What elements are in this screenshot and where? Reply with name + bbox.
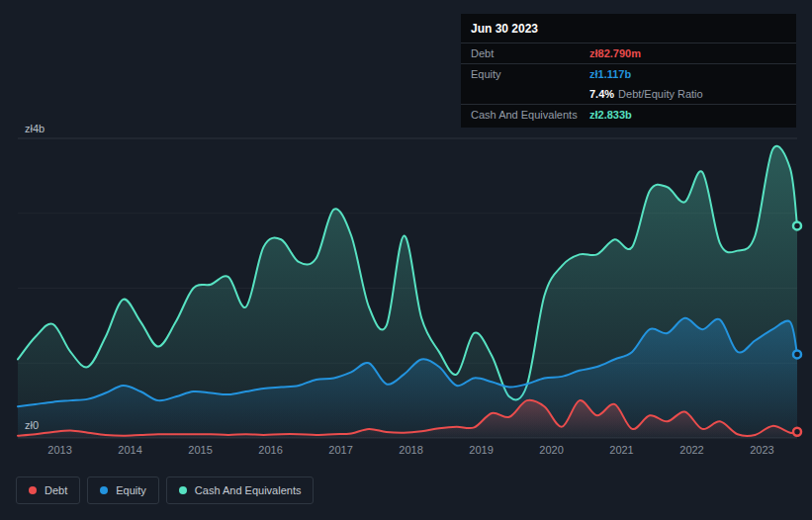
x-tick-label: 2013 bbox=[47, 444, 71, 456]
x-tick-label: 2022 bbox=[679, 444, 703, 456]
debt-equity-ratio-value: 7.4% bbox=[589, 88, 614, 100]
x-tick-label: 2018 bbox=[399, 444, 422, 456]
y-axis-label-min: zł0 bbox=[25, 419, 39, 432]
chart-panel: 2013201420152016201720182019202020212022… bbox=[0, 0, 812, 520]
tooltip-row-cash: Cash And Equivalents zł2.833b bbox=[461, 105, 796, 128]
x-tick-label: 2016 bbox=[258, 444, 282, 456]
legend-item-cash[interactable]: Cash And Equivalents bbox=[166, 477, 315, 504]
equity-series-dot-icon bbox=[100, 486, 108, 494]
chart-legend: Debt Equity Cash And Equivalents bbox=[16, 477, 314, 504]
x-tick-label: 2023 bbox=[750, 444, 773, 456]
tooltip-label-debt: Debt bbox=[471, 47, 589, 59]
legend-label-debt: Debt bbox=[45, 484, 67, 496]
legend-label-cash: Cash And Equivalents bbox=[195, 484, 302, 496]
tooltip-date: Jun 30 2023 bbox=[461, 14, 796, 43]
cash-and-equivalents-end-marker bbox=[793, 221, 801, 229]
x-tick-label: 2014 bbox=[118, 444, 141, 456]
y-axis-label-max: zł4b bbox=[25, 123, 45, 135]
equity-end-marker bbox=[793, 350, 801, 358]
x-tick-label: 2021 bbox=[609, 444, 633, 456]
debt-equity-ratio-label: Debt/Equity Ratio bbox=[618, 88, 703, 100]
x-tick-label: 2017 bbox=[328, 444, 352, 456]
x-tick-label: 2020 bbox=[539, 444, 563, 456]
chart-tooltip: Jun 30 2023 Debt zł82.790m Equity zł1.11… bbox=[461, 14, 796, 128]
tooltip-value-equity: zł1.117b bbox=[589, 68, 631, 80]
legend-item-equity[interactable]: Equity bbox=[87, 477, 159, 504]
tooltip-value-debt: zł82.790m bbox=[589, 47, 641, 59]
tooltip-row-debt: Debt zł82.790m bbox=[461, 43, 796, 64]
legend-label-equity: Equity bbox=[116, 484, 146, 496]
cash-series-dot-icon bbox=[179, 486, 187, 494]
debt-end-marker bbox=[793, 428, 801, 436]
tooltip-label-cash: Cash And Equivalents bbox=[471, 109, 589, 121]
tooltip-value-cash: zł2.833b bbox=[589, 109, 632, 121]
legend-item-debt[interactable]: Debt bbox=[16, 477, 80, 504]
tooltip-row-equity: Equity zł1.117b bbox=[461, 64, 796, 84]
debt-series-dot-icon bbox=[29, 486, 37, 494]
tooltip-row-ratio: 7.4%Debt/Equity Ratio bbox=[461, 84, 796, 105]
x-tick-label: 2019 bbox=[469, 444, 493, 456]
x-tick-label: 2015 bbox=[188, 444, 212, 456]
tooltip-label-equity: Equity bbox=[471, 68, 589, 80]
